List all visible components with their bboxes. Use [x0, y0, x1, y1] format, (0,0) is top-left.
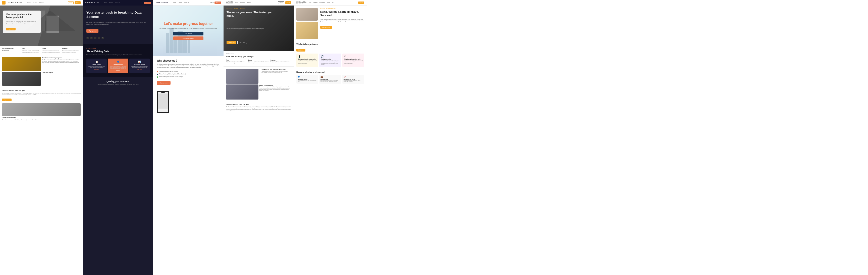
panel4-nav-about[interactable]: About us — [247, 2, 251, 3]
panel5-become-self: 👤 Focus on Yourself Are you ready to dev… — [297, 75, 318, 84]
panel5-nav-apps[interactable]: Apps — [327, 2, 330, 3]
panel5-nav-community[interactable]: Community — [319, 2, 325, 3]
panel2-card-experts-link[interactable]: Learn more — [109, 70, 127, 71]
panel4-choose-text: We offer a range of courses from certifi… — [226, 106, 291, 112]
panel3-navbar: SHIFT ACADEMY Home Courses About us Sign… — [153, 0, 223, 5]
panel4-signup-button[interactable]: Sign Up — [285, 1, 291, 4]
panel2-quality-title: Quality, you can trust — [86, 80, 150, 83]
panel-social-media-experts: SOCIAL MEDIA EXPERTS Start Courses Commu… — [294, 0, 367, 275]
panel4-images-row: Benefits of our training programs We off… — [223, 66, 294, 102]
panel1-hero-title: The more you learn, the faster you build — [6, 13, 38, 19]
panel3-hero: Let's make progress together Our six-wee… — [153, 5, 223, 56]
panel3-signup-button[interactable]: Sign up — [215, 1, 221, 4]
panel2-linkedin-icon[interactable]: li — [101, 37, 104, 39]
panel5-build-title: We build experience — [297, 43, 364, 46]
panel1-nav-courses[interactable]: Courses — [33, 2, 37, 3]
panel5-startnow-button[interactable]: Start Now — [297, 49, 305, 52]
panel5-signup-button[interactable]: Sign up — [358, 1, 364, 4]
panel5-become-section: Become a better professional 👤 Focus on … — [294, 69, 367, 86]
panel1-benefits-text: We offer a range of courses from certifi… — [42, 59, 81, 64]
panel4-service-improve-text: Move your confidence, master the field, … — [271, 61, 291, 64]
panel3-why-item-3: Smart Planning and Execution Around Chan… — [157, 76, 220, 78]
panel3-nav-home[interactable]: Home — [173, 2, 176, 3]
panel1-feature-best: The best learning processes — [2, 48, 21, 53]
panel3-why-title: Why choose us ? — [157, 59, 220, 62]
panel5-become-grid: 👤 Focus on Yourself Are you ready to dev… — [297, 75, 364, 84]
panel5-become-job-title: Focus on Job — [320, 79, 340, 80]
panel3-why-item-2: Tailored Training Solution: Optimized Co… — [157, 74, 220, 75]
panel2-signup-button[interactable]: Sign up — [144, 2, 151, 4]
panel5-hero-cta-button[interactable]: Sign up for free — [320, 26, 332, 29]
panel5-voice-icon: 🎵 — [321, 55, 340, 58]
panel3-why-dot-2 — [157, 74, 158, 75]
panel1-feature-read-text: Outstanding features for Customizable Co… — [22, 50, 41, 53]
panel3-getstarted-button[interactable]: Get Started — [173, 32, 204, 35]
panel4-signin-button[interactable]: Sign In — [278, 1, 284, 4]
panel4-login-button[interactable]: Log in now — [237, 41, 247, 44]
panel5-nav-start[interactable]: Start — [309, 2, 311, 3]
panel2-youtube-icon[interactable]: ▶ — [98, 37, 100, 39]
panel3-nav-about[interactable]: About us — [184, 2, 189, 3]
panel2-hero: Your starter pack to break into Data Sci… — [83, 5, 153, 44]
panel3-nav-buttons: Sign in Sign up — [210, 1, 221, 4]
panel2-facebook-icon[interactable]: f — [86, 37, 89, 39]
panel5-nav-courses[interactable]: Courses — [313, 2, 317, 3]
panel3-hero-title-accent: progress — [183, 22, 198, 26]
panel3-findout-button[interactable]: Find out more — [157, 81, 170, 85]
panel2-instagram-icon[interactable]: in — [94, 37, 96, 39]
panel1-signup-button[interactable]: Sign up — [74, 1, 81, 4]
panel4-benefits-title: Benefits of our training programs — [262, 68, 289, 70]
panel1-worker-image — [2, 72, 41, 86]
panel3-hero-title-plain: Let's make — [164, 22, 183, 26]
panel3-why-text: We all have a unique path to our next ca… — [157, 63, 220, 68]
panel1-nav-about[interactable]: About us — [39, 2, 44, 3]
panel4-benefits-text-box: Benefits of our training programs We off… — [259, 68, 291, 84]
panel3-explore-button[interactable]: Explore our Courses — [173, 36, 204, 40]
panel5-card-voice-title: Finding your voice — [321, 59, 340, 60]
panel1-hero-card: The more you learn, the faster you build… — [3, 10, 41, 33]
panel5-card-marketing: ✕ Using the right marketing tools Know h… — [342, 54, 364, 67]
panel5-become-career-title: Focus on Your Career — [344, 79, 363, 80]
panel2-card-flexible-link[interactable]: Learn more — [88, 69, 105, 70]
panel5-navbar: SOCIAL MEDIA EXPERTS Start Courses Commu… — [294, 0, 367, 5]
panel3-nav-courses[interactable]: Courses — [178, 2, 182, 3]
panel5-hero-content: Social Media Experts Read. Watch. Learn.… — [318, 8, 364, 39]
panel1-nav-home[interactable]: Home — [27, 2, 30, 3]
panel4-service-improve-title: Improve — [271, 59, 291, 61]
panel5-become-career-text: Learn in-demand skills with support. Tak… — [344, 80, 363, 83]
panel4-learn-text-box: Learn from experts Our instructors are e… — [259, 84, 291, 100]
panel4-nav-buttons: Sign In Sign Up — [278, 1, 291, 4]
panel5-hero-text: Social Media Experts offers practical ex… — [320, 19, 364, 22]
panel1-hero-cta-button[interactable]: Sign up now — [6, 28, 16, 30]
panel2-about-text: We are an online data science course pro… — [86, 54, 150, 56]
panel2-navbar: DRIVING DATA Home Courses About us Sign … — [83, 0, 153, 5]
panel3-signin-button[interactable]: Sign in — [210, 1, 214, 4]
panel1-login-button[interactable]: Log in — [68, 1, 74, 4]
panel5-hero-tag: Social Media Experts — [320, 8, 364, 9]
panel1-nav-links: Home Courses About us — [27, 2, 44, 3]
panel5-become-job-text: Find the right instructor for you. Choos… — [320, 80, 340, 83]
panel2-nav-links: Home Courses About us — [104, 2, 120, 3]
panel4-nav-home[interactable]: Home — [235, 2, 238, 3]
panel4-hero-label: Advance your career — [226, 8, 245, 9]
panel2-card-analysis-link[interactable]: Learn more — [131, 69, 148, 70]
panel4-nav-courses[interactable]: Courses — [240, 2, 245, 3]
panel2-quality: Quality, you can trust We offer courses … — [83, 77, 153, 89]
panel1-construction-image — [2, 57, 41, 71]
panel2-nav-courses[interactable]: Courses — [109, 2, 113, 3]
panel2-hero-cta-button[interactable]: Sign up now — [86, 29, 98, 33]
panel5-logo-sub: EXPERTS — [297, 3, 306, 4]
panel2-card-analysis: 📊 Master data analysis Master your deep … — [129, 59, 150, 74]
panel4-service-read-text: Outstanding features for Customizable Co… — [226, 61, 247, 64]
panel1-choose-cta-button[interactable]: Sign up now — [2, 99, 11, 101]
panel2-twitter-icon[interactable]: t — [90, 37, 93, 39]
panel3-phone-screen — [158, 92, 168, 112]
panel4-shopup-button[interactable]: Shop up now — [226, 41, 236, 44]
panel1-benefits-title: Benefits of our training programs — [42, 57, 81, 59]
panel5-nav-me[interactable]: Me — [332, 2, 333, 3]
panel4-learn-text: Our instructors are experts in their fie… — [259, 86, 291, 91]
panel5-logo: SOCIAL MEDIA EXPERTS — [297, 1, 306, 4]
panel2-nav-home[interactable]: Home — [104, 2, 107, 3]
panel2-nav-about[interactable]: About us — [115, 2, 120, 3]
panel2-hero-text: Our online school for data science is th… — [86, 22, 150, 25]
